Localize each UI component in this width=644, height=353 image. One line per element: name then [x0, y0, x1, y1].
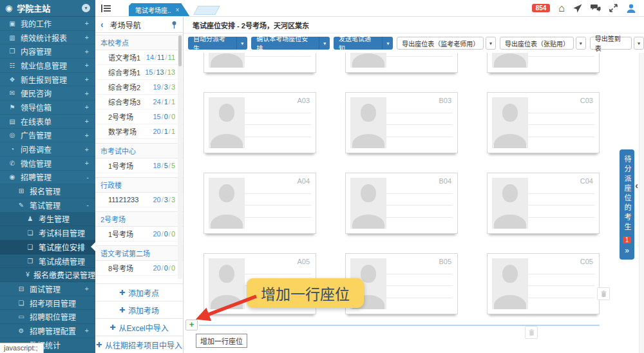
avatar[interactable] [626, 3, 636, 14]
close-icon[interactable]: × [176, 6, 180, 14]
sidebar-item-recruit-position-mgmt[interactable]: ▭ 招聘职位管理 [0, 310, 95, 324]
sidebar-item-recruitment-mgmt[interactable]: ◉ 招聘管理 - [0, 171, 95, 185]
seat-number: A04 [297, 177, 310, 185]
sidebar-item-online-forms[interactable]: ▤ 在线表单 + [0, 115, 95, 129]
sidebar-item-recruit-config[interactable]: ⚙ 招聘管理配置 + [0, 324, 95, 338]
seat-card-A03[interactable]: A03 [204, 92, 316, 153]
avatar-placeholder [492, 258, 528, 309]
sidebar-item-employment-info[interactable]: ☷ 就业信息管理 + [0, 59, 95, 73]
tab-label: 笔试考场座.. [135, 5, 171, 15]
sidebar-item-recruit-project-mgmt[interactable]: ❏ 招考项目管理 [0, 296, 95, 310]
sidebar-item-written-score-mgmt[interactable]: ❒ 笔试成绩管理 [0, 254, 95, 269]
pin-icon[interactable] [171, 21, 178, 29]
nav-room-no2-no1[interactable]: 1号考场 20/0/0 [95, 227, 183, 242]
add-room-button[interactable]: ✚ 添加考场 [95, 301, 183, 318]
seat-card-C03[interactable]: C03 [487, 92, 600, 153]
sidebar-item-seat-arrangement[interactable]: ❑ 笔试座位安排 [0, 240, 95, 254]
sidebar-item-interview-mgmt[interactable]: ⊟ 面试管理 + [0, 282, 95, 296]
export-invigilator-caret[interactable]: ▾ [486, 37, 496, 50]
auto-assign-button[interactable]: 自动分派考生 [188, 37, 236, 50]
send-notice-caret[interactable]: ▾ [382, 37, 393, 50]
back-chevron-icon[interactable]: ‹ [100, 19, 104, 30]
import-past-project-button[interactable]: ✚ 从往期招考项目中导入 [95, 336, 183, 353]
seat-card-C04[interactable]: C04 [487, 173, 600, 234]
confirm-arrangement-button[interactable]: 确认本考场座位安排 [251, 37, 319, 50]
seat-number: C03 [580, 97, 593, 104]
auto-assign-caret[interactable]: ▾ [236, 37, 247, 50]
export-invigilator-button[interactable]: 导出座位表（监考老师用） [397, 37, 484, 50]
sidebar-item-candidate-mgmt[interactable]: ♟ 考生管理 [0, 213, 95, 227]
chat-icon[interactable] [591, 4, 601, 12]
sidebar-item-wechat-mgmt[interactable]: ✆ 微信管理 + [0, 157, 95, 171]
sidebar-item-written-exam-mgmt[interactable]: ✎ 笔试管理 - [0, 198, 95, 213]
sidebar-item-survey[interactable]: ◔ 问卷调查 + [0, 142, 95, 157]
seat-card[interactable] [345, 53, 458, 73]
send-icon[interactable] [573, 4, 582, 13]
export-signin-button[interactable]: 导出签到表 [590, 37, 632, 50]
export-signin-caret[interactable]: ▾ [634, 37, 644, 50]
eye-icon: ◉ [8, 173, 17, 180]
fullscreen-icon[interactable] [609, 4, 618, 12]
sidebar-toggle-icon[interactable] [101, 5, 111, 12]
nav-scrollbar[interactable] [178, 34, 182, 279]
nav-room-zonghe2[interactable]: 综合考场2 19/3/3 [95, 80, 183, 95]
avatar-placeholder [350, 97, 386, 148]
avatar-placeholder [209, 178, 245, 229]
sidebar-item-stats-report[interactable]: ▥ 绩效统计报表 + [0, 31, 95, 45]
file-icon: ❑ [26, 243, 35, 251]
delete-row-button[interactable] [597, 287, 610, 300]
seat-card[interactable] [487, 53, 600, 73]
avatar-placeholder [492, 178, 528, 229]
sidebar-item-exam-subject-mgmt[interactable]: ❏ 考试科目管理 [0, 226, 95, 240]
sidebar-item-leader-mailbox[interactable]: ⚑ 领导信箱 + [0, 100, 95, 115]
nav-room-math[interactable]: 数学考场 20/1/1 [95, 124, 183, 139]
seat-card-B04[interactable]: B04 [345, 173, 458, 234]
nav-room-no2[interactable]: 2号考场 15/0/0 [95, 110, 183, 124]
tab-seat-arrangement[interactable]: 笔试考场座.. × [129, 3, 189, 16]
sidebar-item-public-consult[interactable]: ✉ 便民咨询 + [0, 86, 95, 100]
nav-room-admin[interactable]: 11121233 20/3/3 [95, 193, 183, 207]
sidebar-item-freshman-registration[interactable]: ❖ 新生报到管理 + [0, 73, 95, 87]
pending-candidates-tab[interactable]: 待分派座位的考生 1 » [620, 149, 634, 260]
seat-card-C05[interactable]: C05 [487, 253, 600, 314]
seat-card-A04[interactable]: A04 [204, 173, 316, 234]
nav-room-zonghe3[interactable]: 综合考场3 24/1/1 [95, 95, 183, 110]
content-scrollbar[interactable] [639, 53, 644, 353]
notification-badge[interactable]: 854 [532, 4, 551, 12]
calendar-icon: ⊟ [17, 285, 26, 292]
venue-nav-header: ‹ 考场导航 [95, 17, 183, 33]
export-post-caret[interactable]: ▾ [576, 37, 586, 50]
sidebar-item-my-work[interactable]: ▣ 我的工作 + [0, 17, 95, 31]
sidebar-item-payment-records[interactable]: ¥ 报名缴费记录管理 [0, 268, 95, 282]
seat-card[interactable] [204, 53, 316, 73]
sidebar-item-ad-mgmt[interactable]: ◎ 广告管理 + [0, 129, 95, 143]
sidebar-header[interactable]: ◉ 学院主站 ▾ [0, 0, 95, 17]
export-post-button[interactable]: 导出座位表（张贴用） [500, 37, 574, 50]
page-title: 笔试座位安排 - 2号考场，天河区棠东 [184, 17, 644, 33]
nav-room-no8[interactable]: 8号考场 20/0/0 [95, 261, 183, 276]
seat-field-line [528, 286, 594, 298]
yen-icon: ¥ [26, 271, 30, 278]
sidebar-item-signup-mgmt[interactable]: ⊞ 报名管理 [0, 184, 95, 198]
import-excel-button[interactable]: ✚ 从Excel中导入 [95, 318, 183, 336]
toolbar: 自动分派考生 ▾ 确认本考场座位安排 ▾ 发送笔试通知 ▾ 导出座位表（监考老师… [184, 33, 644, 53]
nav-room-city-no1[interactable]: 1号考场 18/5/5 [95, 158, 183, 173]
nav-room-yuwen1[interactable]: 语文考场1 14/11/11 [95, 50, 183, 65]
seat-card-B03[interactable]: B03 [345, 92, 458, 153]
add-venue-button[interactable]: ✚ 添加考点 [95, 283, 183, 301]
collapse-panel-icon[interactable]: ‹ [635, 180, 638, 191]
sidebar-item-content-mgmt[interactable]: ❐ 内容管理 + [0, 44, 95, 59]
delete-row-button[interactable] [525, 326, 538, 339]
nav-scrollbar-thumb[interactable] [178, 35, 182, 66]
home-icon[interactable]: ⌂ [558, 3, 565, 14]
venue-section-header: 行政楼 [95, 177, 183, 193]
send-notice-button[interactable]: 发送笔试通知 [334, 37, 382, 50]
seat-field-line [528, 218, 594, 229]
export-post-group: 导出座位表（张贴用） ▾ [500, 37, 586, 50]
seat-number: B05 [439, 258, 451, 265]
confirm-arrangement-caret[interactable]: ▾ [319, 37, 330, 50]
chevron-down-icon[interactable]: ▾ [82, 4, 90, 12]
seat-number: C05 [580, 258, 593, 265]
chart-icon: ▥ [8, 34, 17, 41]
nav-room-zonghe1[interactable]: 综合考场1 15/13/13 [95, 65, 183, 80]
